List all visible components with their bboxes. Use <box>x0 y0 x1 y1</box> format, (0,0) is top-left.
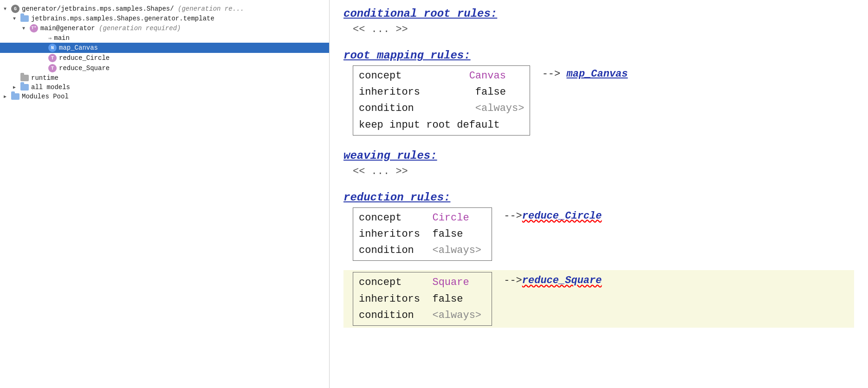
folder-icon <box>20 84 29 91</box>
tree-item-all-models[interactable]: all models <box>0 83 329 92</box>
node-icon: N <box>48 44 57 52</box>
tree-item-label: jetbrains.mps.samples.Shapes.generator.t… <box>31 15 214 22</box>
weaving-placeholder: << ... >> <box>353 166 854 177</box>
inheritors-label: inheritors <box>359 228 426 240</box>
tree-item-label: generator/jetbrains.mps.samples.Shapes/ <box>22 5 174 13</box>
square-rule-box: concept Square inheritors false conditio… <box>353 272 492 326</box>
root-rule-arrow: --> map_Canvas <box>536 65 628 80</box>
keep-label: keep input root default <box>359 119 500 131</box>
tree-item-reduce-circle[interactable]: T reduce_Circle <box>0 53 329 63</box>
folder-icon <box>11 93 19 100</box>
folder-icon <box>20 15 29 22</box>
arrow-right-icon: ⇒ <box>48 35 52 42</box>
condition-value: <always> <box>432 310 481 321</box>
arrow-icon <box>13 84 20 90</box>
concept-value: Square <box>432 277 469 288</box>
root-rule-concept-row: concept Canvas <box>359 68 524 84</box>
root-rule-condition-row: condition <always> <box>359 100 524 116</box>
condition-label: condition <box>359 245 426 256</box>
square-condition-row: condition <always> <box>359 307 486 323</box>
root-mapping-rules-heading: root mapping rules: <box>343 49 854 62</box>
square-rule-target: reduce_Square <box>522 275 602 286</box>
tree-item-label: reduce_Square <box>59 65 110 72</box>
concept-label: concept <box>359 70 463 82</box>
square-rule-arrow: -->reduce_Square <box>498 272 602 286</box>
arrow-icon <box>4 6 11 12</box>
conditional-placeholder: << ... >> <box>353 24 854 35</box>
inheritors-value: false <box>432 228 463 240</box>
tree-item-generator-root[interactable]: G generator/jetbrains.mps.samples.Shapes… <box>0 4 329 14</box>
condition-value: <always> <box>475 103 525 114</box>
template-icon: T <box>48 64 57 72</box>
tree-item-label: main <box>54 34 70 42</box>
tree-item-label: map_Canvas <box>59 44 98 52</box>
reduction-rules-heading: reduction rules: <box>343 191 854 204</box>
tree-item-suffix: (generation required) <box>95 25 181 32</box>
root-rule-box: concept Canvas inheritors false conditio… <box>353 65 530 136</box>
tree-item-label: main@generator <box>40 25 95 32</box>
circle-condition-row: condition <always> <box>359 242 486 259</box>
editor-panel: conditional root rules: << ... >> root m… <box>330 0 868 388</box>
inheritors-label: inheritors <box>359 86 469 98</box>
tree-item-main-generator[interactable]: T* main@generator (generation required) <box>0 23 329 33</box>
inheritors-value: false <box>475 86 506 98</box>
circle-rule-box: concept Circle inheritors false conditio… <box>353 207 492 261</box>
circle-inheritors-row: inheritors false <box>359 226 486 242</box>
condition-value: <always> <box>432 245 481 256</box>
tree-item-modules-pool[interactable]: Modules Pool <box>0 92 329 101</box>
concept-label: concept <box>359 212 426 224</box>
square-inheritors-row: inheritors false <box>359 291 486 307</box>
arrow-icon <box>22 26 30 31</box>
tree-item-reduce-square[interactable]: T reduce_Square <box>0 63 329 73</box>
reduction-rule-square-wrapper: concept Square inheritors false conditio… <box>343 270 854 328</box>
square-concept-row: concept Square <box>359 274 486 291</box>
generator-icon: G <box>11 5 19 13</box>
circle-concept-row: concept Circle <box>359 210 486 226</box>
root-mapping-rule: concept Canvas inheritors false conditio… <box>353 65 854 136</box>
concept-value: Canvas <box>469 70 506 82</box>
folder-gray-icon <box>20 75 29 81</box>
root-rule-inheritors-row: inheritors false <box>359 84 524 100</box>
tree-item-label: all models <box>31 84 70 91</box>
concept-value: Circle <box>432 212 469 224</box>
inheritors-label: inheritors <box>359 293 426 305</box>
tree-item-main[interactable]: ⇒ main <box>0 33 329 43</box>
arrow-icon <box>13 16 20 21</box>
concept-label: concept <box>359 277 426 288</box>
tree-item-map-canvas[interactable]: N map_Canvas <box>0 43 329 53</box>
circle-rule-arrow: -->reduce_Circle <box>498 207 602 222</box>
tree-item-label: runtime <box>31 74 58 82</box>
template-icon: T <box>48 54 57 62</box>
circle-rule-target: reduce_Circle <box>522 210 602 222</box>
conditional-root-rules-heading: conditional root rules: <box>343 7 854 20</box>
root-rule-keep-row: keep input root default <box>359 117 524 133</box>
reduction-rule-circle: concept Circle inheritors false conditio… <box>353 207 854 261</box>
file-tree: G generator/jetbrains.mps.samples.Shapes… <box>0 0 330 388</box>
weaving-rules-heading: weaving rules: <box>343 149 854 162</box>
tree-item-runtime[interactable]: runtime <box>0 73 329 83</box>
arrow-icon <box>4 94 11 99</box>
template-star-icon: T* <box>30 24 38 32</box>
tree-item-label: reduce_Circle <box>59 54 110 62</box>
condition-label: condition <box>359 310 426 321</box>
inheritors-value: false <box>432 293 463 305</box>
tree-item-label: Modules Pool <box>22 93 69 100</box>
root-rule-target: map_Canvas <box>566 68 628 80</box>
tree-item-suffix: (generation re... <box>174 5 244 13</box>
condition-label: condition <box>359 103 469 114</box>
tree-item-template-package[interactable]: jetbrains.mps.samples.Shapes.generator.t… <box>0 14 329 23</box>
